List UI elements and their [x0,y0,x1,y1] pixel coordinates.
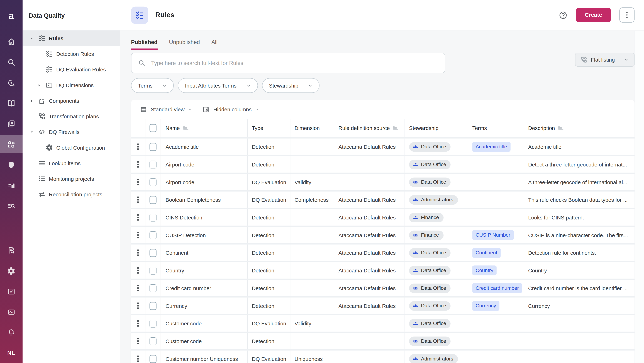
term-chip[interactable]: Currency [472,301,499,311]
row-menu-button[interactable] [138,267,139,274]
sidebar-item-reconciliation-projects[interactable]: Reconciliation projects [22,187,120,202]
table-row[interactable]: Credit card numberDetectionAtaccama Defa… [131,280,634,296]
table-row[interactable]: Boolean CompletenessDQ EvaluationComplet… [131,192,634,208]
table-row[interactable]: CINS DetectionDetectionAtaccama Default … [131,209,634,226]
row-menu-button[interactable] [138,232,139,238]
rule-name-link[interactable]: CUSIP Detection [166,232,206,238]
row-menu-button[interactable] [138,249,139,256]
term-chip[interactable]: CUSIP Number [472,230,514,240]
create-button[interactable]: Create [576,8,611,22]
row-checkbox[interactable] [150,355,156,363]
row-checkbox[interactable] [150,214,156,221]
hidden-columns-selector[interactable]: Hidden columns [203,106,259,113]
row-menu-button[interactable] [138,161,139,168]
caret-down-icon[interactable] [28,130,35,134]
column-header-description[interactable]: Description [524,119,635,137]
page-menu-button[interactable] [619,7,634,23]
rule-name-link[interactable]: Currency [166,303,187,309]
table-row[interactable]: Customer codeDQ EvaluationValidityData O… [131,315,634,332]
view-selector[interactable]: Standard view [140,106,192,113]
row-menu-button[interactable] [138,179,139,185]
row-menu-button[interactable] [138,214,139,220]
business-glossary-nav[interactable] [0,93,22,114]
listing-mode-button[interactable]: Flat listing [575,53,634,67]
rule-name-link[interactable]: Airport code [166,179,194,185]
column-header-rule-definition-source[interactable]: Rule definition source [334,119,405,137]
tab-all[interactable]: All [211,39,217,50]
tab-published[interactable]: Published [131,39,158,50]
row-menu-button[interactable] [138,338,139,344]
column-header-dimension[interactable]: Dimension [290,119,334,137]
row-checkbox[interactable] [150,231,156,239]
column-header-type[interactable]: Type [248,119,290,137]
sort-icon[interactable] [558,126,564,131]
filter-stewardship[interactable]: Stewardship [262,78,320,93]
rule-name-link[interactable]: Airport code [166,161,194,167]
ataccama-logo[interactable]: a [0,0,22,31]
sidebar-item-components[interactable]: Components [22,93,120,109]
row-checkbox[interactable] [150,266,156,274]
search-nav[interactable] [0,52,22,72]
caret-right-icon[interactable] [36,83,42,87]
column-header-terms[interactable]: Terms [468,119,524,137]
rule-name-link[interactable]: Customer number Uniqueness [166,356,238,362]
sidebar-item-detection-rules[interactable]: Detection Rules [22,46,120,62]
tasks-nav[interactable] [0,281,22,302]
row-menu-button[interactable] [138,144,139,150]
sort-icon[interactable] [183,126,188,131]
row-checkbox[interactable] [150,319,156,327]
table-row[interactable]: CountryDetectionAtaccama Default RulesDa… [131,262,634,279]
rule-name-link[interactable]: Customer code [166,320,202,326]
table-row[interactable]: Customer number UniquenessDQ EvaluationU… [131,350,634,363]
rule-name-link[interactable]: Boolean Completeness [166,197,221,203]
rule-name-link[interactable]: Academic title [166,144,199,150]
sort-icon[interactable] [393,126,398,131]
sidebar-item-transformation-plans[interactable]: Transformation plans [22,109,120,124]
row-checkbox[interactable] [150,178,156,186]
select-all-checkbox[interactable] [150,124,156,132]
table-row[interactable]: CurrencyDetectionAtaccama Default RulesD… [131,297,634,314]
row-menu-button[interactable] [138,355,139,362]
row-menu-button[interactable] [138,285,139,291]
sidebar-item-rules[interactable]: Rules [22,31,120,46]
search-input[interactable] [150,60,445,66]
rule-name-link[interactable]: Customer code [166,338,202,344]
filter-input-attributes-terms[interactable]: Input Attributes Terms [178,78,258,93]
monitoring-nav[interactable] [0,196,22,216]
row-checkbox[interactable] [150,143,156,151]
row-checkbox[interactable] [150,284,156,292]
term-chip[interactable]: Credit card number [472,283,522,293]
policies-nav[interactable] [0,154,22,175]
term-chip[interactable]: Country [472,265,496,275]
user-badge[interactable]: NL [0,343,22,362]
caret-right-icon[interactable] [28,99,35,103]
table-row[interactable]: ContinentDetectionAtaccama Default Rules… [131,244,634,261]
table-row[interactable]: Airport codeDQ EvaluationValidityData Of… [131,174,634,190]
data-catalog-nav[interactable] [0,114,22,134]
column-header-name[interactable]: Name [161,119,248,137]
row-menu-button[interactable] [138,197,139,203]
term-chip[interactable]: Continent [472,248,500,258]
row-menu-button[interactable] [138,320,139,327]
data-quality-nav[interactable] [0,135,22,153]
sidebar-item-dq-firewalls[interactable]: DQ Firewalls [22,124,120,140]
row-checkbox[interactable] [150,161,156,168]
row-checkbox[interactable] [150,302,156,310]
notifications-nav[interactable] [0,322,22,343]
settings-nav[interactable] [0,261,22,281]
caret-down-icon[interactable] [28,36,35,40]
data-observability-nav[interactable] [0,72,22,93]
table-row[interactable]: Customer codeDetectionData Office [131,333,634,349]
scrollbar-gutter[interactable] [634,31,644,363]
rule-name-link[interactable]: Country [166,267,184,273]
rule-name-link[interactable]: CINS Detection [166,214,202,220]
workflows-nav[interactable] [0,302,22,322]
reports-nav[interactable] [0,175,22,196]
table-row[interactable]: Airport codeDetectionData OfficeDetect a… [131,156,634,173]
table-row[interactable]: Academic titleDetectionAtaccama Default … [131,139,634,155]
rule-name-link[interactable]: Credit card number [166,285,211,291]
sidebar-item-dq-dimensions[interactable]: DQ Dimensions [22,77,120,93]
column-header-stewardship[interactable]: Stewardship [405,119,468,137]
term-chip[interactable]: Academic title [472,142,510,152]
sidebar-item-monitoring-projects[interactable]: Monitoring projects [22,171,120,187]
